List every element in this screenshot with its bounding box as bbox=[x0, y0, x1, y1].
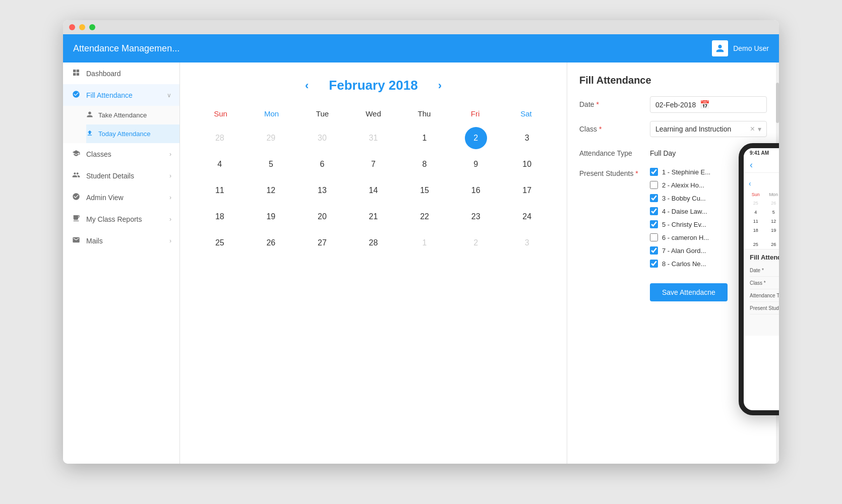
class-required: * bbox=[599, 125, 602, 133]
student-checkbox[interactable] bbox=[650, 246, 658, 255]
phone-navbar: ‹ Take Attendance bbox=[744, 158, 779, 173]
phone-cal-cell[interactable]: 4 bbox=[747, 208, 764, 217]
phone-cal-cell[interactable]: 26 bbox=[764, 199, 779, 208]
sidebar-item-take-attendance[interactable]: Take Attendance bbox=[86, 106, 179, 124]
sidebar-item-admin-view[interactable]: Admin View › bbox=[63, 186, 179, 208]
phone-cal-cell[interactable]: 26 bbox=[764, 240, 779, 249]
student-name: 1 - Stephinie E... bbox=[662, 168, 710, 176]
phone-cal-cell[interactable]: 19 bbox=[764, 226, 779, 240]
student-name: 2 - Alexix Ho... bbox=[662, 181, 704, 189]
sidebar-label-fill-attendance: Fill Attendance bbox=[86, 91, 133, 99]
calendar-cell[interactable]: 29 bbox=[247, 126, 296, 150]
calendar-cell[interactable]: 18 bbox=[195, 205, 245, 229]
sidebar-label-student-details: Student Details bbox=[86, 172, 134, 180]
phone-cal-cell[interactable]: 12 bbox=[764, 217, 779, 226]
maximize-btn[interactable] bbox=[89, 24, 95, 30]
calendar-cell[interactable]: 21 bbox=[349, 205, 398, 229]
attendance-type-value: Full Day bbox=[650, 145, 676, 157]
calendar-cell[interactable]: 15 bbox=[400, 178, 449, 203]
student-checkbox[interactable] bbox=[650, 220, 658, 228]
calendar-cell[interactable]: 1 bbox=[400, 231, 449, 255]
calendar-cell[interactable]: 22 bbox=[400, 205, 449, 229]
phone-cal-cell[interactable]: 18 bbox=[747, 226, 764, 240]
calendar-cell[interactable]: 11 bbox=[195, 178, 245, 203]
chevron-down-icon: ∨ bbox=[167, 92, 171, 99]
calendar-cell[interactable]: 12 bbox=[247, 178, 296, 203]
avatar bbox=[712, 40, 728, 56]
calendar-cell[interactable]: 6 bbox=[297, 152, 347, 176]
sidebar-label-today-attendance: Today Attendance bbox=[98, 130, 150, 138]
phone-students-label: Present Students * bbox=[750, 305, 779, 311]
present-students-label: Present Students * bbox=[579, 165, 645, 177]
calendar-prev-button[interactable]: ‹ bbox=[305, 79, 309, 92]
student-checkbox[interactable] bbox=[650, 194, 658, 202]
clear-class-icon[interactable]: × bbox=[750, 124, 755, 134]
phone-status-bar: 9:41 AM ▲ WiFi 100% bbox=[744, 148, 779, 158]
calendar-cell[interactable]: 30 bbox=[297, 126, 347, 150]
calendar-cell[interactable]: 4 bbox=[195, 152, 245, 176]
calendar-cell[interactable]: 23 bbox=[451, 205, 501, 229]
chevron-right-icon-3: › bbox=[169, 194, 171, 201]
sidebar-item-today-attendance[interactable]: Today Attendance bbox=[86, 124, 179, 143]
sidebar-item-dashboard[interactable]: Dashboard bbox=[63, 62, 179, 84]
calendar-cell[interactable]: 9 bbox=[451, 152, 501, 176]
sidebar-label-my-class-reports: My Class Reports bbox=[86, 215, 142, 223]
calendar-cell[interactable]: 16 bbox=[451, 178, 501, 203]
student-checkbox[interactable] bbox=[650, 168, 658, 176]
calendar-cell[interactable]: 27 bbox=[297, 231, 347, 255]
calendar-cell[interactable]: 20 bbox=[297, 205, 347, 229]
phone-save-button[interactable]: Save Attendacne bbox=[750, 317, 779, 332]
phone-form-row-date[interactable]: Date * 📅 21-Mar-2018 › bbox=[750, 264, 779, 277]
calendar-cell[interactable]: 13 bbox=[297, 178, 347, 203]
student-checkbox[interactable] bbox=[650, 181, 658, 189]
calendar-cell[interactable]: 28 bbox=[349, 231, 398, 255]
phone-cal-cell[interactable]: 25 bbox=[747, 240, 764, 249]
phone-cal-cell[interactable]: 25 bbox=[747, 199, 764, 208]
calendar-cell[interactable]: 3 bbox=[502, 126, 552, 150]
calendar-grid: Sun Mon Tue Wed Thu Fri Sat 282930311234… bbox=[195, 105, 552, 255]
calendar-cell[interactable]: 26 bbox=[247, 231, 296, 255]
sidebar-item-fill-attendance[interactable]: Fill Attendance ∨ bbox=[63, 84, 179, 106]
minimize-btn[interactable] bbox=[79, 24, 85, 30]
sidebar-item-mails[interactable]: Mails › bbox=[63, 230, 179, 251]
student-checkbox[interactable] bbox=[650, 207, 658, 215]
sidebar-item-my-class-reports[interactable]: My Class Reports › bbox=[63, 208, 179, 230]
sidebar-item-classes[interactable]: Classes › bbox=[63, 143, 179, 165]
student-checkbox[interactable] bbox=[650, 233, 658, 241]
chevron-right-icon: › bbox=[169, 151, 171, 158]
date-field[interactable]: 02-Feb-2018 📅 bbox=[650, 96, 767, 113]
calendar-cell[interactable]: 19 bbox=[247, 205, 296, 229]
phone-cal-prev[interactable]: ‹ bbox=[749, 179, 751, 187]
phone-cal-cell[interactable]: 5 bbox=[764, 208, 779, 217]
date-required: * bbox=[596, 100, 598, 108]
dropdown-arrow-icon[interactable]: ▾ bbox=[758, 125, 761, 133]
calendar-cell[interactable]: 10 bbox=[502, 152, 552, 176]
calendar-cell[interactable]: 3 bbox=[502, 231, 552, 255]
student-checkbox[interactable] bbox=[650, 260, 658, 268]
phone-form-row-students[interactable]: Present Students * Select › bbox=[750, 302, 779, 314]
calendar-cell[interactable]: 25 bbox=[195, 231, 245, 255]
calendar-cell[interactable]: 1 bbox=[400, 126, 449, 150]
calendar-navigation: ‹ February 2018 › bbox=[195, 78, 552, 93]
calendar-next-button[interactable]: › bbox=[438, 79, 442, 92]
save-attendance-button[interactable]: Save Attendacne bbox=[650, 283, 728, 301]
calendar-cell[interactable]: 2 bbox=[451, 231, 501, 255]
calendar-cell[interactable]: 31 bbox=[349, 126, 398, 150]
phone-cal-cell[interactable]: 11 bbox=[747, 217, 764, 226]
phone-form-row-class[interactable]: Class * Learning and Instruction › bbox=[750, 277, 779, 289]
sidebar-item-student-details[interactable]: Student Details › bbox=[63, 165, 179, 186]
phone-form-row-type[interactable]: Attendance Type Full Day › bbox=[750, 289, 779, 302]
calendar-cell[interactable]: 28 bbox=[195, 126, 245, 150]
calendar-cell[interactable]: 8 bbox=[400, 152, 449, 176]
date-label: Date * bbox=[579, 96, 645, 108]
close-btn[interactable] bbox=[69, 24, 75, 30]
calendar-cell[interactable]: 14 bbox=[349, 178, 398, 203]
calendar-cell[interactable]: 5 bbox=[247, 152, 296, 176]
class-select-field[interactable]: Learning and Instruction × ▾ bbox=[650, 121, 767, 137]
calendar-cell[interactable]: 2 bbox=[451, 126, 501, 150]
form-row-date: Date * 02-Feb-2018 📅 bbox=[579, 96, 767, 113]
day-header-sun: Sun bbox=[195, 105, 246, 122]
calendar-cell[interactable]: 24 bbox=[502, 205, 552, 229]
calendar-cell[interactable]: 7 bbox=[349, 152, 398, 176]
calendar-cell[interactable]: 17 bbox=[502, 178, 552, 203]
